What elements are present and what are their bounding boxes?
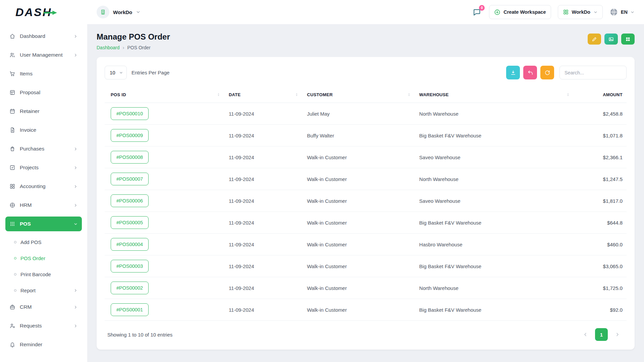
search-input[interactable] <box>559 66 627 79</box>
sort-icon[interactable] <box>566 93 570 97</box>
previous-page-button[interactable] <box>579 328 592 341</box>
table-toolbar: 10 Entries Per Page <box>105 66 627 79</box>
home-icon <box>9 33 15 39</box>
sidebar-item-dashboard[interactable]: Dashboard <box>5 29 82 44</box>
column-label: POS ID <box>111 92 126 97</box>
workspace-switcher[interactable]: WorkDo <box>97 6 141 18</box>
layout-icon <box>9 89 15 96</box>
theme-button[interactable] <box>604 34 618 45</box>
sidebar-subitem-label: Print Barcode <box>20 272 51 277</box>
pos-id-link[interactable]: #POS00005 <box>111 216 149 229</box>
pos-id-link[interactable]: #POS00001 <box>111 303 149 316</box>
breadcrumb: Dashboard › POS Order <box>97 45 170 50</box>
sidebar-item-label: Purchases <box>20 146 44 152</box>
cell-amount: $92.0 <box>574 299 627 321</box>
entries-per-page-label: Entries Per Page <box>131 70 169 75</box>
sidebar-subitem-print-barcode[interactable]: Print Barcode <box>12 267 82 281</box>
sidebar-subitem-pos-order[interactable]: POS Order <box>12 251 82 265</box>
breadcrumb-current: POS Order <box>127 45 151 50</box>
sidebar-item-invoice[interactable]: Invoice <box>5 123 82 137</box>
undo-icon <box>527 70 533 76</box>
column-header-amount[interactable]: AMOUNT <box>574 87 627 103</box>
page-head-actions <box>588 34 635 45</box>
pos-id-link[interactable]: #POS00008 <box>111 151 149 164</box>
cell-warehouse: Saveo Warehouse <box>415 146 575 168</box>
refresh-button[interactable] <box>540 66 554 79</box>
sidebar-subitem-add-pos[interactable]: Add POS <box>12 235 82 249</box>
cell-amount: $1,725.0 <box>574 277 627 299</box>
create-workspace-label: Create Workspace <box>503 9 546 15</box>
edit-button[interactable] <box>588 34 601 45</box>
cell-amount: $2,366.1 <box>574 146 627 168</box>
sidebar-subitem-report[interactable]: Report <box>12 284 82 297</box>
sidebar-item-retainer[interactable]: Retainer <box>5 104 82 119</box>
users-icon <box>9 52 15 58</box>
column-header-pos-id[interactable]: POS ID <box>105 87 225 103</box>
pos-id-link[interactable]: #POS00007 <box>111 173 149 185</box>
cell-customer: Walk-in Customer <box>303 212 415 234</box>
showing-entries-text: Showing 1 to 10 of 10 entries <box>107 332 172 338</box>
table-row: #POS00006 11-09-2024 Walk-in Customer Sa… <box>105 190 627 212</box>
app-logo[interactable]: DASH <box>15 6 52 19</box>
cell-amount: $1,071.8 <box>574 125 627 146</box>
cell-warehouse: Big Basket F&V Warehouse <box>415 212 575 234</box>
sidebar-item-proposal[interactable]: Proposal <box>5 85 82 100</box>
sidebar-item-pos[interactable]: POS <box>5 217 82 231</box>
export-button[interactable] <box>506 66 520 79</box>
entries-per-page-value: 10 <box>110 70 115 75</box>
page-1-button[interactable]: 1 <box>595 328 608 341</box>
sidebar-item-label: Items <box>20 71 33 77</box>
sidebar-item-requests[interactable]: Requests <box>5 318 82 333</box>
grid-view-button[interactable] <box>621 34 635 45</box>
user-plus-icon <box>9 323 15 329</box>
sort-icon[interactable] <box>294 93 299 97</box>
sidebar-item-accounting[interactable]: Accounting <box>5 179 82 194</box>
sort-icon[interactable] <box>407 93 411 97</box>
chevron-down-icon <box>73 222 78 226</box>
sidebar-item-projects[interactable]: Projects <box>5 160 82 175</box>
chevron-down-icon <box>630 10 635 14</box>
create-workspace-button[interactable]: Create Workspace <box>489 5 551 19</box>
cell-customer: Walk-in Customer <box>303 234 415 255</box>
pos-id-link[interactable]: #POS00006 <box>111 194 149 207</box>
column-label: WAREHOUSE <box>419 92 449 97</box>
sidebar-item-label: Dashboard <box>20 33 45 39</box>
messages-button[interactable]: 0 <box>471 7 482 18</box>
table-header: POS ID DATE CUSTOMER WAREHOUSE <box>105 87 627 103</box>
shopping-bag-icon <box>9 146 15 152</box>
pos-id-link[interactable]: #POS00003 <box>111 260 149 273</box>
sidebar-item-label: Requests <box>20 323 42 329</box>
column-header-customer[interactable]: CUSTOMER <box>303 87 415 103</box>
pos-id-link[interactable]: #POS00004 <box>111 238 149 251</box>
column-label: DATE <box>229 92 241 97</box>
pos-id-link[interactable]: #POS00009 <box>111 129 149 142</box>
apps-dropdown[interactable]: WorkDo <box>558 5 603 19</box>
top-bar-actions: 0 Create Workspace WorkDo EN <box>471 5 635 19</box>
table-row: #POS00005 11-09-2024 Walk-in Customer Bi… <box>105 212 627 234</box>
sidebar-item-reminder[interactable]: Reminder <box>5 337 82 352</box>
entries-per-page-select[interactable]: 10 <box>105 66 127 79</box>
apps-dropdown-label: WorkDo <box>572 9 590 15</box>
chevron-down-icon <box>593 10 598 14</box>
table-row: #POS00008 11-09-2024 Walk-in Customer Sa… <box>105 146 627 168</box>
column-header-warehouse[interactable]: WAREHOUSE <box>415 87 575 103</box>
pos-id-link[interactable]: #POS00002 <box>111 282 149 294</box>
sidebar-item-items[interactable]: Items <box>5 66 82 81</box>
cell-customer: Buffy Walter <box>303 125 415 146</box>
reset-button[interactable] <box>523 66 537 79</box>
cell-date: 11-09-2024 <box>225 299 303 321</box>
column-header-date[interactable]: DATE <box>225 87 303 103</box>
pos-id-link[interactable]: #POS00010 <box>111 107 149 120</box>
cell-customer: Walk-in Customer <box>303 277 415 299</box>
next-page-button[interactable] <box>611 328 624 341</box>
breadcrumb-dashboard-link[interactable]: Dashboard <box>97 45 120 50</box>
chevron-right-icon <box>73 34 78 39</box>
sidebar-item-user-management[interactable]: User Management <box>5 48 82 62</box>
sort-icon[interactable] <box>216 93 221 97</box>
language-dropdown[interactable]: EN <box>609 8 635 16</box>
cell-date: 11-09-2024 <box>225 146 303 168</box>
sidebar-item-purchases[interactable]: Purchases <box>5 141 82 156</box>
sidebar-item-crm[interactable]: CRM <box>5 300 82 314</box>
sidebar-item-hrm[interactable]: HRM <box>5 198 82 213</box>
cell-customer: Walk-in Customer <box>303 190 415 212</box>
